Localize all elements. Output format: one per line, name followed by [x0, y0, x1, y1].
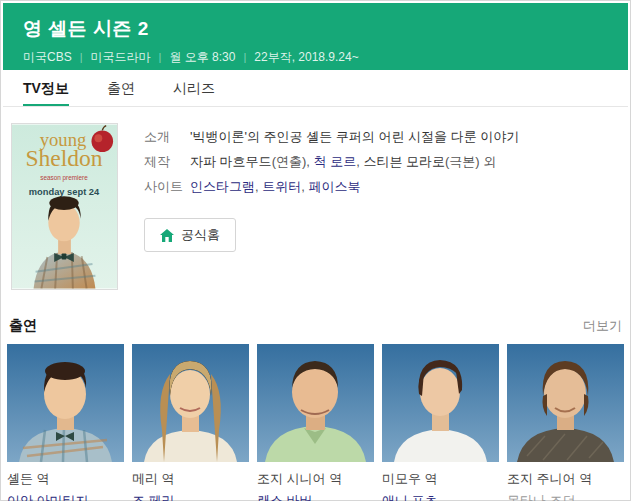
cast-name-link[interactable]: 조 페리 — [132, 492, 249, 501]
tv-info-card: 영 셀든 시즌 2 미국CBS|미국드라마|월 오후 8:30|22부작, 20… — [0, 0, 631, 501]
info-row-sites: 사이트 인스타그램, 트위터, 페이스북 — [144, 179, 519, 194]
info-label: 사이트 — [144, 179, 190, 194]
show-meta: 미국CBS|미국드라마|월 오후 8:30|22부작, 2018.9.24~ — [23, 49, 628, 66]
official-home-button[interactable]: 공식홈 — [144, 218, 236, 252]
tab-cast[interactable]: 출연 — [107, 70, 135, 106]
cast-list: 셸든 역 이안 아미티지 메리 역 조 페리 — [7, 344, 624, 501]
cast-photo[interactable] — [507, 344, 624, 462]
cast-card-mary: 메리 역 조 페리 — [132, 344, 249, 501]
cast-more-link[interactable]: 더보기 — [583, 317, 622, 335]
text-segment: 스티븐 모라로 — [363, 154, 445, 169]
text-segment: '빅뱅이론'의 주인공 셸든 쿠퍼의 어린 시절을 다룬 이야기 — [190, 129, 519, 144]
info-row-production: 제작 자파 마흐무드(연출), 척 로르, 스티븐 모라로(극본) 외 — [144, 154, 519, 169]
cast-name-link[interactable]: 랜스 바버 — [257, 492, 374, 501]
cast-role: 조지 시니어 역 — [257, 470, 374, 488]
meta-genre: 미국드라마 — [91, 50, 151, 64]
meta-separator: | — [243, 51, 246, 63]
cast-photo[interactable] — [382, 344, 499, 462]
meta-episodes: 22부작, 2018.9.24~ — [254, 50, 358, 64]
cast-name-link[interactable]: 애니 포츠 — [382, 492, 499, 501]
text-link[interactable]: 척 로르 — [314, 154, 357, 169]
text-segment: (극본) 외 — [445, 154, 496, 169]
text-segment: (연출), — [272, 154, 314, 169]
text-segment: 자파 마흐무드 — [190, 154, 272, 169]
show-title: 영 셀든 시즌 2 — [23, 16, 628, 42]
cast-section: 출연 더보기 셸든 역 이안 아미티지 — [3, 303, 628, 501]
cast-role: 메리 역 — [132, 470, 249, 488]
show-poster[interactable]: young Sheldon season premiere monday sep… — [11, 123, 118, 290]
meta-separator: | — [159, 51, 162, 63]
info-value-sites: 인스타그램, 트위터, 페이스북 — [190, 179, 360, 194]
text-link[interactable]: 인스타그램 — [190, 179, 255, 194]
official-home-label: 공식홈 — [181, 226, 220, 244]
tv-info-panel: young Sheldon season premiere monday sep… — [3, 107, 628, 303]
cast-card-sheldon: 셸든 역 이안 아미티지 — [7, 344, 124, 501]
tab-series[interactable]: 시리즈 — [173, 70, 215, 106]
poster-date: monday sept 24 — [29, 187, 100, 197]
poster-title-line2: Sheldon — [25, 145, 102, 171]
cast-card-george-sr: 조지 시니어 역 랜스 바버 — [257, 344, 374, 501]
info-label: 제작 — [144, 154, 190, 169]
cast-section-header: 출연 더보기 — [7, 317, 624, 335]
cast-role: 미모우 역 — [382, 470, 499, 488]
cast-card-meemaw: 미모우 역 애니 포츠 — [382, 344, 499, 501]
cast-photo[interactable] — [257, 344, 374, 462]
info-row-intro: 소개 '빅뱅이론'의 주인공 셸든 쿠퍼의 어린 시절을 다룬 이야기 — [144, 129, 519, 144]
cast-role: 조지 주니어 역 — [507, 470, 624, 488]
cast-card-george-jr: 조지 주니어 역 몬타나 조던 — [507, 344, 624, 501]
info-value-production: 자파 마흐무드(연출), 척 로르, 스티븐 모라로(극본) 외 — [190, 154, 496, 169]
cast-photo[interactable] — [7, 344, 124, 462]
text-link[interactable]: 트위터 — [262, 179, 301, 194]
cast-role: 셸든 역 — [7, 470, 124, 488]
meta-network: 미국CBS — [23, 50, 72, 64]
cast-photo[interactable] — [132, 344, 249, 462]
cast-heading: 출연 — [9, 317, 37, 335]
cast-name: 몬타나 조던 — [507, 492, 624, 501]
text-link[interactable]: 페이스북 — [308, 179, 360, 194]
meta-airtime: 월 오후 8:30 — [169, 50, 235, 64]
tab-tv-info[interactable]: TV정보 — [23, 70, 69, 106]
info-label: 소개 — [144, 129, 190, 144]
cast-name-link[interactable]: 이안 아미티지 — [7, 492, 124, 501]
show-details: 소개 '빅뱅이론'의 주인공 셸든 쿠퍼의 어린 시절을 다룬 이야기 제작 자… — [144, 123, 519, 303]
home-icon — [160, 229, 174, 242]
show-header: 영 셀든 시즌 2 미국CBS|미국드라마|월 오후 8:30|22부작, 20… — [3, 3, 628, 70]
meta-separator: | — [80, 51, 83, 63]
info-value-intro: '빅뱅이론'의 주인공 셸든 쿠퍼의 어린 시절을 다룬 이야기 — [190, 129, 519, 144]
tab-bar: TV정보 출연 시리즈 — [3, 70, 628, 107]
poster-subtitle: season premiere — [40, 174, 88, 182]
